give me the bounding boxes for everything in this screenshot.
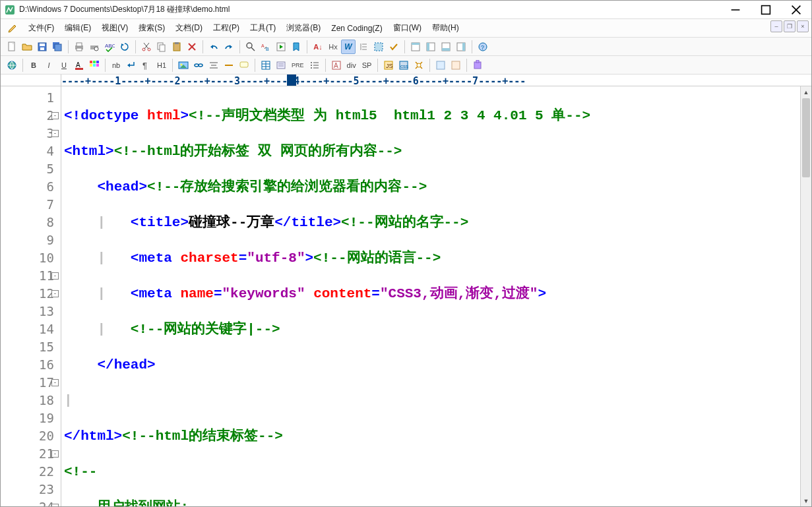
minimize-button[interactable] xyxy=(720,1,751,18)
image-icon[interactable] xyxy=(176,58,191,73)
menu-view[interactable]: 视图(V) xyxy=(100,21,129,35)
save-icon[interactable] xyxy=(35,40,49,54)
menu-tools[interactable]: 工具(T) xyxy=(249,21,277,35)
line-number: 5 xyxy=(47,162,54,176)
list-icon[interactable] xyxy=(307,58,322,73)
new-file-icon[interactable] xyxy=(5,40,19,54)
bookmark-icon[interactable] xyxy=(289,40,303,54)
bold-button[interactable]: B xyxy=(26,58,41,73)
svg-rect-94 xyxy=(452,61,460,69)
ruler-cursor xyxy=(287,75,296,86)
underline-button[interactable]: U xyxy=(57,58,71,73)
refresh-icon[interactable] xyxy=(117,40,132,54)
ruler-row: ----+----1----+----2----+----3----+----4… xyxy=(1,75,811,86)
menu-file[interactable]: 文件(F) xyxy=(27,21,55,35)
scroll-down-icon[interactable]: ▼ xyxy=(801,495,811,506)
save-all-icon[interactable] xyxy=(50,40,65,54)
line-number: 15 xyxy=(39,340,54,354)
validate-icon[interactable] xyxy=(387,40,401,54)
h1-button[interactable]: H1 xyxy=(154,58,169,73)
replace-icon[interactable]: AB xyxy=(259,40,273,54)
goto-icon[interactable] xyxy=(274,40,288,54)
editor: 1 2- 3- 4 5 6 7 8 9 10 11- 12- 13 14 15 … xyxy=(1,86,811,506)
menu-doc[interactable]: 文档(D) xyxy=(174,21,204,35)
menu-zen[interactable]: Zen Coding(Z) xyxy=(330,22,383,34)
plugin-icon[interactable] xyxy=(470,58,485,73)
span-button[interactable]: SP xyxy=(359,58,375,73)
panel2-icon[interactable] xyxy=(423,40,438,54)
print-preview-icon[interactable] xyxy=(87,40,102,54)
mdi-minimize[interactable]: – xyxy=(770,20,782,32)
redo-icon[interactable] xyxy=(222,40,236,54)
menu-help[interactable]: 帮助(H) xyxy=(431,21,460,35)
hr-icon[interactable] xyxy=(222,58,236,73)
menu-window[interactable]: 窗口(W) xyxy=(392,21,423,35)
scroll-thumb[interactable] xyxy=(802,98,810,177)
fold-handle[interactable]: - xyxy=(51,272,59,280)
fold-handle[interactable]: - xyxy=(51,112,59,119)
font-size-dec-icon[interactable]: A↓ xyxy=(311,40,325,54)
paste-icon[interactable] xyxy=(170,40,184,54)
pre-button[interactable]: PRE xyxy=(289,58,307,73)
svg-point-16 xyxy=(94,47,98,51)
open-file-icon[interactable] xyxy=(20,40,34,54)
fold-handle[interactable]: - xyxy=(51,504,59,506)
color-palette-icon[interactable] xyxy=(87,58,102,73)
mdi-close[interactable]: × xyxy=(797,20,809,32)
paragraph-icon[interactable]: ¶ xyxy=(139,58,154,73)
menu-search[interactable]: 搜索(S) xyxy=(137,21,166,35)
vertical-scrollbar[interactable]: ▲ ▼ xyxy=(800,86,811,506)
separator xyxy=(255,59,255,72)
grid1-icon[interactable] xyxy=(433,58,448,73)
panel3-icon[interactable] xyxy=(439,40,453,54)
panel4-icon[interactable] xyxy=(454,40,468,54)
mdi-restore[interactable]: ❐ xyxy=(784,20,796,32)
svg-line-21 xyxy=(144,43,149,49)
help-icon[interactable]: ? xyxy=(476,40,490,54)
menu-project[interactable]: 工程(P) xyxy=(212,21,241,35)
form-icon[interactable] xyxy=(274,58,288,73)
select-all-icon[interactable] xyxy=(371,40,386,54)
panel1-icon[interactable] xyxy=(408,40,423,54)
hx-icon[interactable]: Hx xyxy=(326,40,340,54)
grid2-icon[interactable] xyxy=(449,58,463,73)
svg-rect-8 xyxy=(40,44,45,46)
menu-browser[interactable]: 浏览器(B) xyxy=(285,21,322,35)
print-icon[interactable] xyxy=(72,40,86,54)
align-center-icon[interactable] xyxy=(206,58,221,73)
indent-guide-icon[interactable] xyxy=(356,40,371,54)
cut-icon[interactable] xyxy=(139,40,154,54)
wordwrap-icon[interactable]: W xyxy=(341,40,356,54)
svg-text:?: ? xyxy=(481,44,484,51)
fold-handle[interactable]: - xyxy=(51,290,59,297)
link-icon[interactable] xyxy=(191,58,206,73)
style-icon[interactable]: css xyxy=(396,58,411,73)
spellcheck-icon[interactable]: ABC xyxy=(102,40,117,54)
comment-icon[interactable] xyxy=(237,58,251,73)
div-button[interactable]: div xyxy=(344,58,359,73)
fold-handle[interactable]: - xyxy=(51,130,59,137)
find-icon[interactable] xyxy=(243,40,258,54)
browser-icon[interactable] xyxy=(5,58,19,73)
fold-handle[interactable]: - xyxy=(51,379,59,386)
undo-icon[interactable] xyxy=(206,40,221,54)
tidy-icon[interactable] xyxy=(412,58,426,73)
nbsp-button[interactable]: nb xyxy=(109,58,123,73)
pencil-icon xyxy=(7,23,18,34)
menu-edit[interactable]: 编辑(E) xyxy=(63,21,92,35)
scroll-up-icon[interactable]: ▲ xyxy=(801,86,811,98)
copy-icon[interactable] xyxy=(154,40,169,54)
font-box-icon[interactable]: A xyxy=(329,58,344,73)
font-color-icon[interactable]: A xyxy=(72,58,86,73)
close-button[interactable] xyxy=(781,1,811,18)
italic-button[interactable]: I xyxy=(42,58,56,73)
delete-icon[interactable] xyxy=(185,40,199,54)
code-area[interactable]: <!doctype html><!--声明文档类型 为 html5 html1 … xyxy=(61,86,811,506)
script-icon[interactable]: JS xyxy=(381,58,396,73)
br-icon[interactable] xyxy=(124,58,139,73)
maximize-button[interactable] xyxy=(751,1,781,18)
fold-handle[interactable]: - xyxy=(51,450,59,458)
svg-rect-24 xyxy=(160,45,165,51)
table-icon[interactable] xyxy=(259,58,273,73)
svg-text:A: A xyxy=(261,44,265,48)
